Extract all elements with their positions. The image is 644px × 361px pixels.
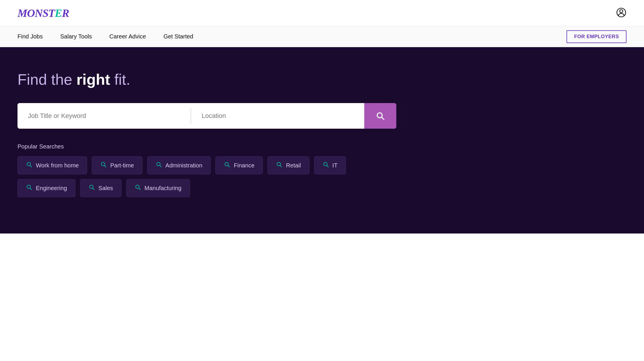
nav-career-advice[interactable]: Career Advice: [109, 33, 146, 40]
tag-search-icon: [26, 184, 32, 192]
nav-get-started[interactable]: Get Started: [163, 33, 193, 40]
svg-point-2: [377, 113, 382, 118]
tag-label: IT: [332, 162, 338, 169]
tag-finance[interactable]: Finance: [215, 156, 263, 174]
tag-label: Finance: [234, 162, 254, 169]
hero-title-bold: right: [76, 71, 110, 88]
nav-find-jobs[interactable]: Find Jobs: [17, 33, 43, 40]
svg-point-12: [277, 162, 281, 166]
tag-part-time[interactable]: Part-time: [92, 156, 142, 174]
job-keyword-input[interactable]: [17, 103, 191, 129]
tag-search-icon: [156, 161, 162, 169]
tag-manufacturing[interactable]: Manufacturing: [126, 179, 190, 197]
svg-line-21: [139, 188, 140, 190]
svg-point-1: [620, 10, 623, 13]
svg-line-9: [160, 166, 161, 167]
svg-line-15: [327, 166, 328, 167]
tag-search-icon: [26, 161, 32, 169]
header: MonstER: [0, 0, 644, 26]
for-employers-button[interactable]: FOR EMPLOYERS: [566, 30, 627, 43]
svg-line-5: [30, 166, 32, 167]
tag-search-icon: [224, 161, 230, 169]
search-box: [17, 103, 396, 129]
tag-label: Administration: [166, 162, 203, 169]
svg-point-16: [27, 185, 31, 189]
tag-administration[interactable]: Administration: [147, 156, 211, 174]
svg-line-7: [105, 166, 106, 167]
svg-point-4: [27, 162, 31, 166]
tag-sales[interactable]: Sales: [80, 179, 122, 197]
svg-line-11: [228, 166, 230, 167]
location-input[interactable]: [191, 103, 364, 129]
hero-section: Find the right fit. Popular Searches Wor…: [0, 47, 644, 233]
tag-label: Retail: [286, 162, 301, 169]
tag-label: Manufacturing: [145, 185, 182, 192]
hero-title-suffix: fit.: [110, 71, 130, 88]
tag-retail[interactable]: Retail: [268, 156, 309, 174]
search-icon: [376, 111, 385, 121]
user-account-icon[interactable]: [616, 7, 627, 19]
svg-point-20: [136, 185, 139, 189]
hero-title-prefix: Find the: [17, 71, 76, 88]
popular-searches-label: Popular Searches: [17, 143, 396, 150]
svg-point-14: [323, 162, 327, 166]
logo[interactable]: MonstER: [17, 7, 69, 20]
tag-search-icon: [276, 161, 282, 169]
tag-search-icon: [100, 161, 107, 169]
svg-point-6: [101, 162, 105, 166]
search-button[interactable]: [364, 103, 396, 129]
tag-search-icon: [135, 184, 141, 192]
svg-point-10: [225, 162, 228, 166]
tag-search-icon: [323, 161, 329, 169]
tag-engineering[interactable]: Engineering: [17, 179, 75, 197]
nav-links: Find Jobs Salary Tools Career Advice Get…: [17, 33, 193, 40]
popular-searches-section: Popular Searches Work from home Part-tim…: [17, 143, 396, 197]
nav-salary-tools[interactable]: Salary Tools: [60, 33, 92, 40]
svg-point-8: [156, 162, 160, 166]
popular-tags-row: Work from home Part-time Administration …: [17, 156, 396, 197]
svg-line-19: [93, 188, 94, 190]
svg-line-17: [30, 188, 32, 190]
tag-label: Sales: [98, 185, 113, 192]
tag-it[interactable]: IT: [314, 156, 346, 174]
tag-search-icon: [89, 184, 95, 192]
tag-label: Engineering: [36, 185, 67, 192]
svg-point-18: [89, 185, 93, 189]
hero-title: Find the right fit.: [17, 70, 627, 89]
svg-line-3: [382, 117, 384, 120]
tag-label: Part-time: [110, 162, 134, 169]
svg-line-13: [280, 166, 282, 167]
nav-bar: Find Jobs Salary Tools Career Advice Get…: [0, 26, 644, 47]
tag-work-from-home[interactable]: Work from home: [17, 156, 87, 174]
tag-label: Work from home: [36, 162, 79, 169]
